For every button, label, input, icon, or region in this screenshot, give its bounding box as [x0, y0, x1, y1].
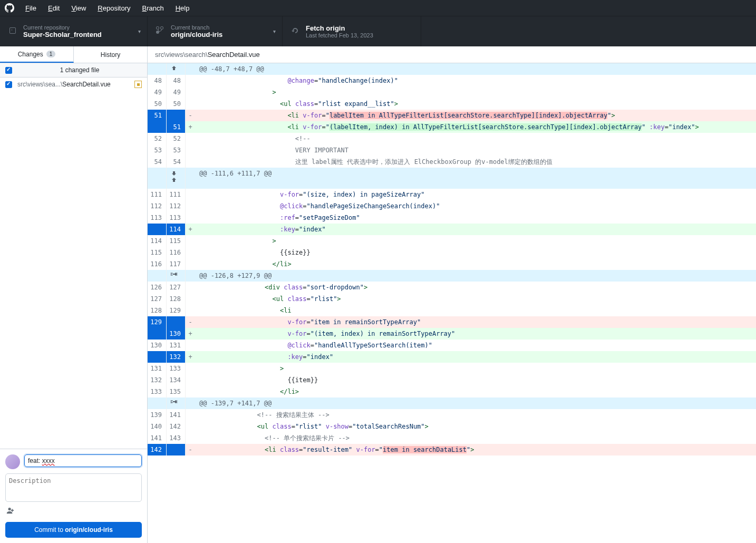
- menu-view[interactable]: View: [66, 2, 91, 14]
- diff-row[interactable]: 142- <li class="result-item" v-for="item…: [148, 444, 756, 455]
- diff-row[interactable]: 132+ :key="index": [148, 351, 756, 363]
- repo-value: Super-Scholar_frontend: [23, 31, 102, 38]
- diff-row[interactable]: 127128 <ul class="rlist">: [148, 293, 756, 305]
- code-line: <ul class="rlist">: [195, 293, 756, 305]
- diff-row[interactable]: 51+ <li v-for="(labelItem, index) in All…: [148, 121, 756, 133]
- diff-row[interactable]: @@ -48,7 +48,7 @@: [148, 63, 756, 75]
- code-line: <div class="sort-dropdown">: [195, 282, 756, 293]
- current-repository-selector[interactable]: Current repository Super-Scholar_fronten…: [0, 16, 148, 46]
- commit-summary-input[interactable]: feat: xxxx: [24, 454, 142, 467]
- line-number-new: 50: [167, 98, 186, 110]
- line-number-old: 51: [148, 110, 167, 121]
- diff-marker: [186, 374, 195, 386]
- line-number-new: 115: [167, 235, 186, 247]
- diff-row[interactable]: 132134 {{item}}: [148, 374, 756, 386]
- menu-file[interactable]: File: [20, 2, 42, 14]
- diff-row[interactable]: 4848 @change="handleChange(index)": [148, 75, 756, 86]
- diff-row[interactable]: 115116 {{size}}: [148, 247, 756, 258]
- branch-value: origin/cloud-iris: [171, 31, 222, 38]
- tab-history-label: History: [101, 51, 120, 59]
- commit-button[interactable]: Commit to origin/cloud-iris: [5, 522, 142, 538]
- branch-label: Current branch: [171, 24, 222, 31]
- diff-marker: [186, 247, 195, 258]
- line-number-new: 134: [167, 374, 186, 386]
- diff-row[interactable]: 113113 :ref="setPageSizeDom": [148, 212, 756, 224]
- diff-row[interactable]: 129- v-for="item in remainSortTypeArray": [148, 316, 756, 328]
- line-number-new: 142: [167, 421, 186, 432]
- diff-row[interactable]: @@ -139,7 +141,7 @@: [148, 397, 756, 409]
- line-number-old: 131: [148, 363, 167, 374]
- code-line: </li>: [195, 258, 756, 270]
- line-number-old: 141: [148, 432, 167, 444]
- chevron-down-icon: ▾: [138, 28, 141, 34]
- diff-row[interactable]: 114+ :key="index": [148, 224, 756, 235]
- line-number-old: [148, 224, 167, 235]
- modified-badge-icon: [134, 81, 142, 88]
- diff-row[interactable]: 5353 VERY IMPORTANT: [148, 144, 756, 156]
- diff-marker: +: [186, 351, 195, 363]
- diff-row[interactable]: 5454 这里 label属性 代表选中时，添加进入 ElCheckboxGro…: [148, 156, 756, 168]
- diff-row[interactable]: 126127 <div class="sort-dropdown">: [148, 282, 756, 293]
- diff-row[interactable]: 116117 </li>: [148, 258, 756, 270]
- expand-hunk-icon[interactable]: [167, 63, 186, 75]
- toolbar: Current repository Super-Scholar_fronten…: [0, 16, 756, 46]
- line-number-old: [148, 121, 167, 133]
- diff-row[interactable]: 133135 </li>: [148, 386, 756, 397]
- diff-marker: -: [186, 110, 195, 121]
- line-number-old: 50: [148, 98, 167, 110]
- line-number-old: 111: [148, 189, 167, 200]
- line-number-new: 132: [167, 351, 186, 363]
- menu-repository[interactable]: Repository: [92, 2, 135, 14]
- code-line: v-for="(size, index) in pageSizeArray": [195, 189, 756, 200]
- expand-hunk-icon[interactable]: [167, 168, 186, 189]
- file-item[interactable]: src\views\sea...\SearchDetail.vue: [0, 77, 147, 91]
- diff-row[interactable]: 130+ v-for="(item, index) in remainSortT…: [148, 328, 756, 340]
- diff-row[interactable]: 5252 <!--: [148, 133, 756, 144]
- diff-row[interactable]: 140142 <ul class="rlist" v-show="totalSe…: [148, 421, 756, 432]
- diff-marker: +: [186, 328, 195, 340]
- breadcrumb-file: SearchDetail.vue: [208, 51, 260, 59]
- code-line: </li>: [195, 386, 756, 397]
- diff-row[interactable]: 111111 v-for="(size, index) in pageSizeA…: [148, 189, 756, 200]
- diff-marker: [186, 212, 195, 224]
- line-number-old: 53: [148, 144, 167, 156]
- diff-row[interactable]: 141143 <!-- 单个搜索结果卡片 -->: [148, 432, 756, 444]
- select-all-checkbox[interactable]: [5, 67, 12, 74]
- fetch-sub: Last fetched Feb 13, 2023: [306, 32, 373, 38]
- diff-row[interactable]: 131133 >: [148, 363, 756, 374]
- diff-row[interactable]: 128129 <li: [148, 305, 756, 316]
- diff-row[interactable]: 112112 @click="handlePageSizeChangeSearc…: [148, 200, 756, 212]
- expand-hunk-icon[interactable]: [167, 270, 186, 282]
- menu-edit[interactable]: Edit: [43, 2, 65, 14]
- fetch-origin-button[interactable]: Fetch origin Last fetched Feb 13, 2023: [283, 16, 421, 46]
- repo-label: Current repository: [23, 24, 102, 31]
- commit-description-input[interactable]: [5, 473, 142, 502]
- expand-hunk-icon[interactable]: [167, 397, 186, 409]
- diff-row[interactable]: @@ -111,6 +111,7 @@: [148, 168, 756, 189]
- diff-marker: [186, 133, 195, 144]
- diff-row[interactable]: 114115 >: [148, 235, 756, 247]
- add-coauthor-button[interactable]: [5, 506, 142, 518]
- code-line: <ul class="rlist expand__list">: [195, 98, 756, 110]
- tab-history[interactable]: History: [74, 46, 147, 63]
- menu-branch[interactable]: Branch: [137, 2, 169, 14]
- diff-view[interactable]: @@ -48,7 +48,7 @@4848 @change="handleCha…: [148, 63, 756, 543]
- diff-row[interactable]: 130131 @click="handleAllTypeSortSearch(i…: [148, 340, 756, 351]
- hunk-header: @@ -111,6 +111,7 @@: [195, 168, 756, 189]
- menu-help[interactable]: Help: [170, 2, 195, 14]
- diff-row[interactable]: 5050 <ul class="rlist expand__list">: [148, 98, 756, 110]
- changes-count-badge: 1: [46, 51, 56, 57]
- current-branch-selector[interactable]: Current branch origin/cloud-iris ▾: [148, 16, 283, 46]
- file-checkbox[interactable]: [5, 81, 12, 88]
- fetch-label: Fetch origin: [306, 24, 373, 32]
- hunk-header: @@ -139,7 +141,7 @@: [195, 397, 756, 409]
- diff-row[interactable]: @@ -126,8 +127,9 @@: [148, 270, 756, 282]
- diff-row[interactable]: 139141 <!-- 搜索结果主体 -->: [148, 409, 756, 421]
- line-number-new: 113: [167, 212, 186, 224]
- diff-row[interactable]: 4949 >: [148, 86, 756, 98]
- tab-changes[interactable]: Changes 1: [0, 46, 74, 63]
- diff-row[interactable]: 51- <li v-for="labelItem in AllTypeFilte…: [148, 110, 756, 121]
- line-number-new: 52: [167, 133, 186, 144]
- file-list: src\views\sea...\SearchDetail.vue: [0, 77, 147, 449]
- diff-marker: [186, 421, 195, 432]
